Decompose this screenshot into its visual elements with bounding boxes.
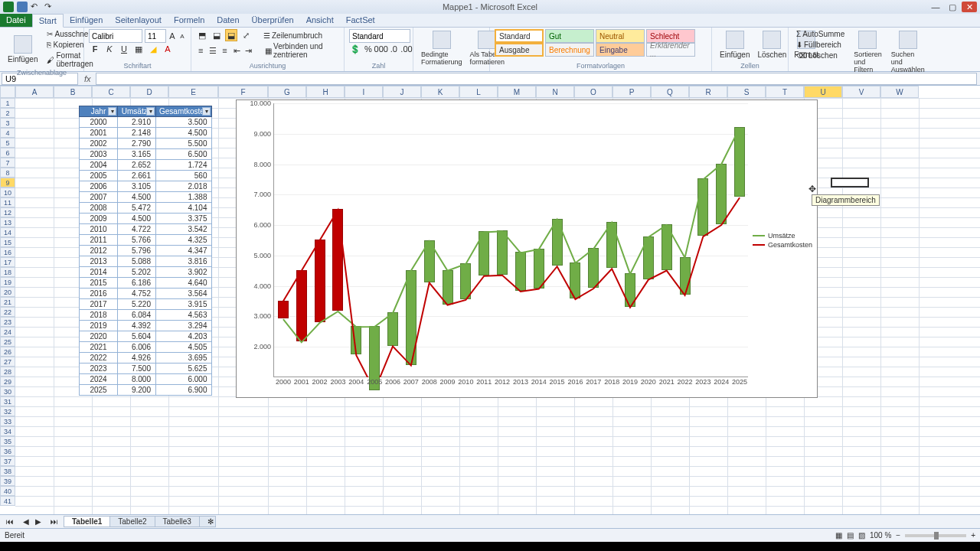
row-header[interactable]: 7 [0, 158, 15, 168]
tab-seitenlayout[interactable]: Seitenlayout [109, 14, 168, 27]
col-header[interactable]: N [536, 86, 574, 98]
filter-dropdown-icon[interactable]: ▾ [108, 107, 116, 116]
thousands-icon[interactable]: 000 [375, 43, 387, 55]
table-row[interactable]: 20085.4724.104 [80, 203, 212, 214]
conditional-format-button[interactable]: Bedingte Formatierung [418, 29, 466, 67]
grow-font-icon[interactable]: A [168, 30, 176, 42]
col-header[interactable]: F [218, 86, 268, 98]
currency-icon[interactable]: 💲 [349, 43, 361, 55]
chart-bar[interactable] [625, 273, 635, 307]
table-row[interactable]: 20205.6044.203 [80, 331, 212, 342]
active-cell[interactable] [831, 178, 869, 187]
col-header[interactable]: E [168, 86, 218, 98]
table-row[interactable]: 20135.0883.816 [80, 256, 212, 267]
col-header[interactable]: J [383, 86, 421, 98]
col-header[interactable]: P [612, 86, 651, 98]
row-header[interactable]: 29 [0, 377, 15, 386]
table-row[interactable]: 20156.1864.640 [80, 278, 212, 289]
col-header[interactable]: H [306, 86, 345, 98]
tab-datei[interactable]: Datei [0, 14, 32, 27]
row-header[interactable]: 19 [0, 277, 15, 287]
row-header[interactable]: 41 [0, 496, 15, 506]
chart-bar[interactable] [515, 252, 526, 291]
chart-bar[interactable] [534, 249, 544, 289]
align-left-icon[interactable]: ≡ [196, 44, 206, 57]
table-row[interactable]: 20063.1052.018 [80, 181, 212, 192]
col-header[interactable]: W [880, 86, 919, 98]
table-row[interactable]: 20104.7223.542 [80, 224, 212, 235]
align-middle-icon[interactable]: ⬓ [211, 29, 223, 41]
table-row[interactable]: 20012.1484.500 [80, 128, 212, 139]
table-row[interactable]: 20145.2023.902 [80, 267, 212, 278]
table-row[interactable]: 20074.5001.388 [80, 192, 212, 203]
decimal-inc-icon[interactable]: .0 [390, 43, 398, 55]
chart-bar[interactable] [552, 219, 563, 266]
table-row[interactable]: 20237.5005.625 [80, 364, 212, 374]
underline-button[interactable]: U [118, 43, 130, 55]
border-button[interactable]: ▦ [132, 43, 145, 55]
sheet-nav-prev-icon[interactable]: ◀ [20, 517, 32, 526]
style-berechnung[interactable]: Berechnung [545, 43, 594, 57]
row-header[interactable]: 3 [0, 118, 15, 128]
chart-bar[interactable] [570, 262, 580, 298]
minimize-button[interactable]: — [928, 2, 943, 12]
view-layout-icon[interactable]: ▤ [847, 531, 854, 540]
col-header[interactable]: C [92, 86, 130, 98]
chart-bar[interactable] [588, 248, 599, 288]
chart-bar[interactable] [734, 127, 745, 197]
data-table[interactable]: Jahr▾ Umsätze▾ Gesamtkosten▾ 20002.9103.… [79, 106, 212, 396]
chart-bar[interactable] [460, 263, 471, 299]
chart-bar[interactable] [278, 301, 289, 318]
tab-einfuegen[interactable]: Einfügen [64, 14, 109, 27]
redo-icon[interactable]: ↷ [44, 2, 55, 12]
row-header[interactable]: 13 [0, 217, 15, 227]
font-color-button[interactable]: A [162, 43, 174, 55]
chart-bar[interactable] [424, 240, 435, 282]
chart-bar[interactable] [443, 270, 453, 305]
row-header[interactable]: 8 [0, 168, 15, 178]
row-header[interactable]: 27 [0, 357, 15, 367]
clear-button[interactable]: ⌫ Löschen [793, 51, 848, 60]
sheet-tab-2[interactable]: Tabelle2 [109, 516, 155, 527]
fx-icon[interactable]: fx [80, 74, 96, 83]
table-row[interactable]: 20115.7664.325 [80, 235, 212, 246]
fill-color-button[interactable]: ◢ [147, 43, 159, 55]
align-center-icon[interactable]: ☰ [208, 44, 218, 57]
style-erklaerender[interactable]: Erklärender ... [646, 43, 695, 57]
tab-ansicht[interactable]: Ansicht [300, 14, 340, 27]
close-button[interactable]: ✕ [962, 2, 977, 12]
font-size-select[interactable] [145, 29, 166, 43]
align-right-icon[interactable]: ≡ [220, 44, 230, 57]
zoom-out-button[interactable]: − [896, 531, 900, 540]
chart-plot-area[interactable]: 2.0003.0004.0005.0006.0007.0008.0009.000… [273, 103, 748, 377]
chart-bar[interactable] [606, 222, 617, 269]
table-row[interactable]: 20022.7905.500 [80, 139, 212, 149]
table-row[interactable]: 20194.3923.294 [80, 321, 212, 331]
row-header[interactable]: 23 [0, 317, 15, 327]
sheet-tab-1[interactable]: Tabelle1 [64, 516, 110, 527]
col-header[interactable]: R [689, 86, 727, 98]
font-family-select[interactable] [89, 29, 142, 43]
view-pagebreak-icon[interactable]: ▧ [858, 531, 865, 540]
autosum-button[interactable]: Σ AutoSumme [793, 29, 848, 39]
col-header[interactable]: Q [651, 86, 689, 98]
col-header[interactable]: K [421, 86, 459, 98]
table-row[interactable]: 20248.0006.000 [80, 374, 212, 385]
table-row[interactable]: 20186.0844.563 [80, 310, 212, 321]
row-header[interactable]: 24 [0, 327, 15, 337]
col-header[interactable]: A [15, 86, 54, 98]
col-header[interactable]: U [804, 86, 842, 98]
col-header[interactable]: O [574, 86, 612, 98]
find-select-button[interactable]: Suchen und Auswählen [888, 29, 928, 75]
shrink-font-icon[interactable]: A [178, 30, 186, 42]
col-header[interactable]: B [54, 86, 92, 98]
align-bottom-icon[interactable]: ⬓ [225, 29, 237, 41]
orientation-icon[interactable]: ⤢ [240, 29, 252, 41]
table-row[interactable]: 20175.2203.915 [80, 299, 212, 310]
row-header[interactable]: 39 [0, 476, 15, 486]
row-header[interactable]: 16 [0, 247, 15, 257]
row-header[interactable]: 33 [0, 416, 15, 426]
table-row[interactable]: 20033.1656.500 [80, 149, 212, 160]
row-header[interactable]: 6 [0, 148, 15, 158]
zoom-in-button[interactable]: + [971, 531, 975, 540]
